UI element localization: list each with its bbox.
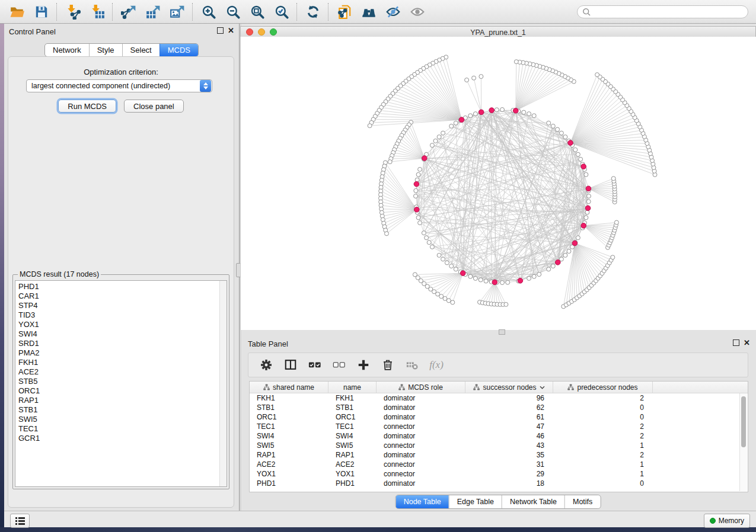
cell-shared-name: TEC1 xyxy=(250,422,328,431)
zoom-fit-button[interactable] xyxy=(245,1,269,23)
graphics-details-button[interactable] xyxy=(405,1,429,23)
mcds-result-item[interactable]: STB1 xyxy=(18,405,227,415)
cell-predecessor-nodes: 2 xyxy=(553,451,653,459)
table-scrollbar-thumb[interactable] xyxy=(741,396,746,447)
export-table-button[interactable] xyxy=(141,1,165,23)
tab-select[interactable]: Select xyxy=(122,44,160,56)
mcds-result-item[interactable]: ACE2 xyxy=(18,367,227,377)
zoom-out-button[interactable] xyxy=(221,1,245,23)
tab-style[interactable]: Style xyxy=(89,44,122,56)
zoom-selected-button[interactable] xyxy=(269,1,294,23)
mcds-result-item[interactable]: SWI5 xyxy=(18,415,227,424)
result-scrollbar-track[interactable] xyxy=(219,281,227,486)
column-layout-button[interactable] xyxy=(283,358,298,372)
table-row[interactable]: ACE2ACE2connector311 xyxy=(250,460,748,469)
node-table[interactable]: shared namenameMCDS rolesuccessor nodesp… xyxy=(249,381,748,492)
mcds-result-item[interactable]: TEC1 xyxy=(18,424,227,434)
search-box[interactable] xyxy=(577,5,748,18)
add-column-button[interactable] xyxy=(356,358,371,372)
tab-edge-table[interactable]: Edge Table xyxy=(449,495,502,508)
table-row[interactable]: SWI4SWI4dominator462 xyxy=(250,431,748,441)
network-window: YPA_prune.txt_1 xyxy=(240,24,756,335)
table-row[interactable]: SWI5SWI5connector431 xyxy=(250,441,748,450)
column-header-successor-nodes[interactable]: successor nodes xyxy=(465,382,553,393)
toggle-details-button[interactable] xyxy=(381,1,405,23)
tab-network[interactable]: Network xyxy=(45,44,89,56)
delete-column-button[interactable] xyxy=(381,358,395,372)
import-network-button[interactable] xyxy=(60,1,85,23)
close-panel-button[interactable]: Close panel xyxy=(124,100,184,113)
mcds-result-item[interactable]: YOX1 xyxy=(18,320,227,329)
mcds-result-item[interactable]: CAR1 xyxy=(18,291,227,301)
function-builder-button[interactable]: f(x) xyxy=(429,358,444,372)
deselect-all-button[interactable] xyxy=(332,358,346,372)
control-panel: Control Panel ✕ NetworkStyleSelectMCDS O… xyxy=(4,24,239,511)
cell-predecessor-nodes: 1 xyxy=(553,441,653,450)
cell-MCDS-role: connector xyxy=(377,460,465,469)
mcds-result-item[interactable]: ORC1 xyxy=(18,386,227,396)
tab-network-table[interactable]: Network Table xyxy=(502,495,564,508)
mcds-result-item[interactable]: GCR1 xyxy=(18,434,227,443)
search-network-button[interactable] xyxy=(356,1,381,23)
task-history-button[interactable] xyxy=(10,514,30,528)
column-header-shared-name[interactable]: shared name xyxy=(250,382,328,393)
cell-predecessor-nodes: 2 xyxy=(553,432,653,440)
clone-network-button[interactable] xyxy=(332,1,356,23)
column-header-name[interactable]: name xyxy=(328,382,377,393)
horizontal-splitter-handle[interactable] xyxy=(499,329,505,335)
column-header-predecessor-nodes[interactable]: predecessor nodes xyxy=(553,382,653,393)
memory-button[interactable]: Memory xyxy=(704,514,750,528)
export-network-button[interactable] xyxy=(116,1,141,23)
mcds-result-item[interactable]: SRD1 xyxy=(18,339,227,348)
select-all-button[interactable] xyxy=(308,358,322,372)
float-panel-icon[interactable] xyxy=(217,27,224,34)
column-header-MCDS-role[interactable]: MCDS role xyxy=(377,382,465,393)
mcds-result-item[interactable]: PMA2 xyxy=(18,348,227,358)
mcds-result-list[interactable]: PHD1CAR1STP4TID3YOX1SWI4SRD1PMA2FKH1ACE2… xyxy=(15,280,227,487)
mcds-result-item[interactable]: STP4 xyxy=(18,301,227,310)
mcds-result-item[interactable]: STB5 xyxy=(18,377,227,386)
table-row[interactable]: PHD1PHD1dominator180 xyxy=(250,479,748,488)
tab-mcds[interactable]: MCDS xyxy=(160,44,198,56)
tab-node-table[interactable]: Node Table xyxy=(396,495,449,508)
table-settings-button[interactable] xyxy=(259,358,273,372)
run-mcds-button[interactable]: Run MCDS xyxy=(58,100,116,113)
save-session-button[interactable] xyxy=(29,1,53,23)
mcds-result-item[interactable]: FKH1 xyxy=(18,358,227,367)
network-titlebar[interactable]: YPA_prune.txt_1 xyxy=(240,26,756,37)
table-toolbar: f(x) xyxy=(248,352,748,377)
table-row[interactable]: YOX1YOX1connector291 xyxy=(250,469,748,479)
cell-shared-name: PHD1 xyxy=(250,479,328,488)
toolbar-separator xyxy=(328,3,329,21)
cell-shared-name: ACE2 xyxy=(250,460,328,469)
cell-MCDS-role: dominator xyxy=(377,451,465,459)
toolbar-separator xyxy=(56,3,58,21)
mcds-result-item[interactable]: RAP1 xyxy=(18,396,227,405)
table-row[interactable]: FKH1FKH1dominator962 xyxy=(250,393,748,403)
mcds-result-group: MCDS result (17 nodes) PHD1CAR1STP4TID3Y… xyxy=(12,270,229,489)
table-float-panel-icon[interactable] xyxy=(733,339,739,346)
table-row[interactable]: TEC1TEC1connector472 xyxy=(250,422,748,431)
tab-motifs[interactable]: Motifs xyxy=(564,495,600,508)
close-panel-icon[interactable]: ✕ xyxy=(228,27,234,34)
search-input[interactable] xyxy=(591,6,748,18)
mcds-result-item[interactable]: PHD1 xyxy=(18,282,227,291)
table-row[interactable]: ORC1ORC1dominator610 xyxy=(250,412,748,422)
mcds-result-item[interactable]: SWI4 xyxy=(18,329,227,339)
optimization-select[interactable]: largest connected component (undirected) xyxy=(26,79,212,92)
table-row[interactable]: STB1STB1dominator620 xyxy=(250,403,748,412)
mcds-result-item[interactable]: TID3 xyxy=(18,310,227,320)
table-scrollbar-track[interactable] xyxy=(739,393,747,491)
network-canvas[interactable] xyxy=(240,37,756,330)
open-session-button[interactable] xyxy=(5,1,29,23)
table-row[interactable]: RAP1RAP1dominator352 xyxy=(250,450,748,460)
delete-table-button[interactable] xyxy=(405,358,419,372)
eye-icon xyxy=(410,4,425,20)
table-close-panel-icon[interactable]: ✕ xyxy=(744,339,750,346)
zoom-in-button[interactable] xyxy=(196,1,221,23)
column-label: shared name xyxy=(273,383,314,392)
refresh-button[interactable] xyxy=(301,1,325,23)
cell-predecessor-nodes: 0 xyxy=(553,403,653,412)
export-image-button[interactable] xyxy=(165,1,189,23)
import-table-button[interactable] xyxy=(85,1,109,23)
